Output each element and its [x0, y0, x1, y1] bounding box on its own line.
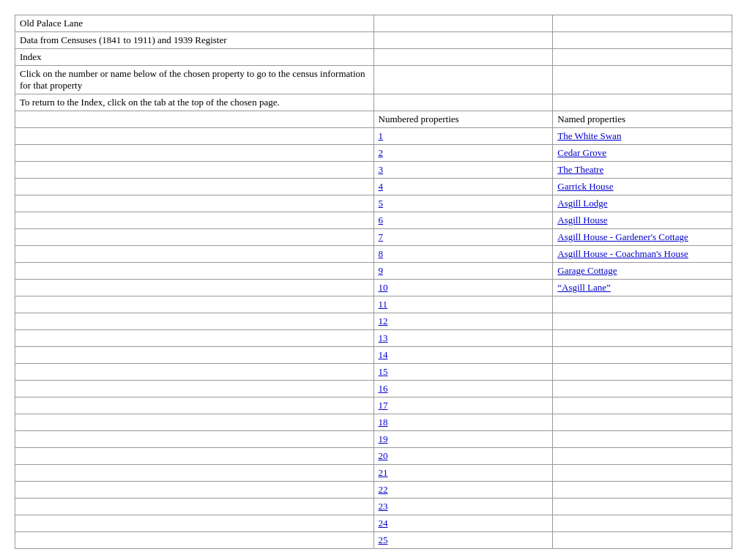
- left-cell-14: [15, 347, 374, 364]
- subtitle-mid: [374, 32, 553, 49]
- link-13[interactable]: 13: [379, 332, 388, 343]
- mid-cell-18[interactable]: 18: [374, 414, 553, 431]
- mid-cell-19[interactable]: 19: [374, 431, 553, 448]
- right-cell-7[interactable]: Asgill House - Gardener's Cottage: [553, 229, 732, 246]
- link-15[interactable]: 15: [379, 366, 388, 377]
- right-cell-4[interactable]: Garrick House: [553, 179, 732, 195]
- mid-cell-21[interactable]: 21: [374, 465, 553, 482]
- mid-cell-5[interactable]: 5: [374, 195, 553, 212]
- mid-cell-11[interactable]: 11: [374, 296, 553, 313]
- link-1[interactable]: 1: [379, 130, 384, 141]
- link-12[interactable]: 12: [379, 316, 388, 326]
- named-link-9[interactable]: Garage Cottage: [557, 265, 617, 276]
- mid-cell-10[interactable]: 10: [374, 280, 553, 296]
- table-row: 5 Asgill Lodge: [15, 195, 732, 212]
- mid-cell-20[interactable]: 20: [374, 448, 553, 465]
- right-cell-1[interactable]: The White Swan: [553, 128, 732, 145]
- right-cell-3[interactable]: The Theatre: [553, 162, 732, 179]
- mid-cell-14[interactable]: 14: [374, 347, 553, 364]
- named-link-4[interactable]: Garrick House: [557, 181, 613, 192]
- instruction2-mid: [374, 94, 553, 111]
- right-cell-8[interactable]: Asgill House - Coachman's House: [553, 246, 732, 263]
- link-18[interactable]: 18: [379, 417, 388, 428]
- left-cell-16: [15, 381, 374, 397]
- table-row: 1 The White Swan: [15, 128, 732, 145]
- named-link-8[interactable]: Asgill House - Coachman's House: [557, 248, 688, 259]
- named-link-3[interactable]: The Theatre: [557, 164, 603, 175]
- mid-cell-23[interactable]: 23: [374, 499, 553, 515]
- right-cell-13: [553, 330, 732, 347]
- named-link-2[interactable]: Cedar Grove: [557, 147, 606, 158]
- mid-cell-3[interactable]: 3: [374, 162, 553, 179]
- table-row: 23: [15, 499, 732, 515]
- instruction2-text: To return to the Index, click on the tab…: [20, 97, 280, 108]
- link-23[interactable]: 23: [379, 501, 388, 512]
- link-8[interactable]: 8: [379, 248, 384, 259]
- link-22[interactable]: 22: [379, 484, 388, 495]
- table-row: 12: [15, 313, 732, 330]
- left-cell-7: [15, 229, 374, 246]
- subtitle-right: [553, 32, 732, 49]
- right-cell-16: [553, 381, 732, 397]
- link-10[interactable]: 10: [379, 282, 388, 293]
- mid-cell-25[interactable]: 25: [374, 532, 553, 549]
- mid-cell-24[interactable]: 24: [374, 515, 553, 532]
- link-2[interactable]: 2: [379, 147, 384, 158]
- table-row: 25: [15, 532, 732, 549]
- right-cell-5[interactable]: Asgill Lodge: [553, 195, 732, 212]
- link-6[interactable]: 6: [379, 214, 384, 225]
- link-14[interactable]: 14: [379, 349, 388, 360]
- named-link-7[interactable]: Asgill House - Gardener's Cottage: [557, 231, 688, 242]
- mid-cell-16[interactable]: 16: [374, 381, 553, 397]
- left-cell-25: [15, 532, 374, 549]
- mid-cell-17[interactable]: 17: [374, 397, 553, 414]
- link-20[interactable]: 20: [379, 450, 388, 461]
- named-link-1[interactable]: The White Swan: [557, 130, 621, 141]
- mid-cell-2[interactable]: 2: [374, 145, 553, 162]
- right-cell-10[interactable]: “Asgill Lane”: [553, 280, 732, 296]
- table-row: 9 Garage Cottage: [15, 263, 732, 280]
- link-3[interactable]: 3: [379, 164, 384, 175]
- link-25[interactable]: 25: [379, 534, 388, 545]
- mid-cell-7[interactable]: 7: [374, 229, 553, 246]
- named-link-6[interactable]: Asgill House: [557, 214, 607, 225]
- link-7[interactable]: 7: [379, 231, 384, 242]
- mid-cell-12[interactable]: 12: [374, 313, 553, 330]
- mid-cell-15[interactable]: 15: [374, 364, 553, 381]
- mid-cell-9[interactable]: 9: [374, 263, 553, 280]
- column-headers-row: Numbered properties Named properties: [15, 111, 732, 128]
- named-link-10[interactable]: “Asgill Lane”: [557, 282, 611, 293]
- table-row: 7 Asgill House - Gardener's Cottage: [15, 229, 732, 246]
- link-21[interactable]: 21: [379, 467, 388, 478]
- left-cell-6: [15, 212, 374, 229]
- table-row: 16: [15, 381, 732, 397]
- link-17[interactable]: 17: [379, 400, 388, 411]
- mid-cell-4[interactable]: 4: [374, 179, 553, 195]
- link-9[interactable]: 9: [379, 265, 384, 276]
- left-cell-2: [15, 145, 374, 162]
- mid-cell-13[interactable]: 13: [374, 330, 553, 347]
- table-row: 18: [15, 414, 732, 431]
- link-4[interactable]: 4: [379, 181, 384, 192]
- right-cell-2[interactable]: Cedar Grove: [553, 145, 732, 162]
- right-cell-21: [553, 465, 732, 482]
- mid-cell-1[interactable]: 1: [374, 128, 553, 145]
- table-row: 21: [15, 465, 732, 482]
- link-11[interactable]: 11: [379, 299, 388, 310]
- mid-cell-22[interactable]: 22: [374, 482, 553, 499]
- title-mid: [374, 15, 553, 32]
- mid-cell-6[interactable]: 6: [374, 212, 553, 229]
- link-19[interactable]: 19: [379, 433, 388, 444]
- link-16[interactable]: 16: [379, 383, 388, 394]
- instruction1-cell: Click on the number or name below of the…: [15, 66, 374, 94]
- right-cell-9[interactable]: Garage Cottage: [553, 263, 732, 280]
- link-24[interactable]: 24: [379, 518, 388, 529]
- mid-cell-8[interactable]: 8: [374, 246, 553, 263]
- right-cell-6[interactable]: Asgill House: [553, 212, 732, 229]
- left-cell-23: [15, 499, 374, 515]
- left-cell-18: [15, 414, 374, 431]
- link-5[interactable]: 5: [379, 198, 384, 209]
- right-cell-14: [553, 347, 732, 364]
- named-link-5[interactable]: Asgill Lodge: [557, 198, 607, 209]
- table-row: 24: [15, 515, 732, 532]
